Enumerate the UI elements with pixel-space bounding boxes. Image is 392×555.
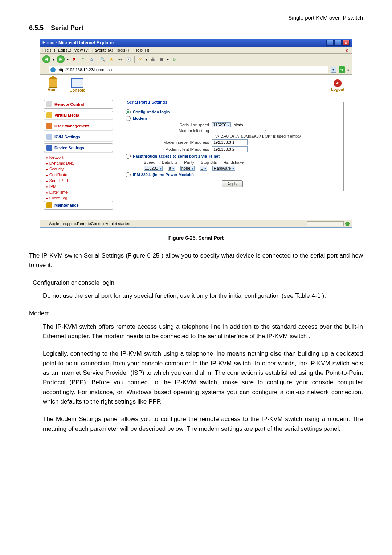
sidebar-item-label: User Management	[54, 124, 89, 128]
stop-icon[interactable]: ✖	[71, 56, 77, 62]
nav-logout[interactable]: ↶ Logout	[331, 79, 344, 92]
sub-label: Certificate	[49, 173, 68, 177]
figure-caption: Figure 6-25. Serial Port	[29, 235, 363, 241]
sidebar-sub-ipmi[interactable]: IPMI	[46, 183, 113, 189]
sidebar-remote-control[interactable]: Remote Control	[44, 100, 113, 109]
menu-favorite[interactable]: Favorite (A)	[92, 48, 113, 52]
window-titlebar: Home - Microsoft Internet Explorer _ □ ×	[40, 39, 352, 47]
sidebar-maintenance[interactable]: Maintenance	[44, 201, 113, 210]
search-icon[interactable]: 🔍	[99, 56, 106, 62]
console-icon	[71, 78, 83, 88]
sidebar-sub-security[interactable]: Security	[46, 166, 113, 172]
server-ip-input[interactable]: 192.168.3.1	[212, 139, 248, 145]
pt-stopbits-select[interactable]: 1	[200, 166, 207, 171]
media-icon[interactable]: ◎	[117, 56, 123, 62]
radio-icon	[126, 109, 131, 114]
device-settings-icon	[46, 145, 52, 151]
sidebar-sub-eventlog[interactable]: Event Log	[46, 195, 113, 201]
sidebar-kvm-settings[interactable]: KVM Settings	[44, 133, 113, 141]
kvm-settings-icon	[46, 134, 52, 140]
sidebar-device-settings[interactable]: Device Settings	[44, 143, 113, 152]
sub-label: Event Log	[49, 196, 68, 200]
links-chevron[interactable]: »	[347, 68, 350, 72]
sidebar-virtual-media[interactable]: Virtual Media	[44, 111, 113, 119]
pt-speed-h: Speed	[144, 160, 155, 165]
favorites-icon[interactable]: ★	[108, 56, 115, 62]
sidebar-sub-network[interactable]: Network	[46, 154, 113, 160]
home-icon[interactable]: ⌂	[88, 56, 95, 62]
pt-databits-select[interactable]: 8	[168, 166, 175, 171]
progress-pane	[307, 221, 344, 226]
paragraph: Do not use the serial port for any speci…	[43, 291, 363, 301]
paragraph: The IP-KVM switch offers remote access u…	[43, 322, 363, 341]
pt-handshake-h: Handshake	[223, 160, 244, 165]
radio-passthrough[interactable]: Passthrough access to serial port 1 via …	[126, 154, 339, 159]
init-hint: "ATZH0 OK ATL0M0&K3X1 OK" is used if emp…	[215, 134, 302, 138]
section-number: 6.5.5	[29, 24, 44, 32]
refresh-icon[interactable]: ↻	[79, 56, 86, 62]
history-icon[interactable]: 🕗	[126, 56, 132, 62]
apply-button[interactable]: Apply	[222, 180, 243, 187]
forward-button[interactable]: ►	[57, 55, 65, 63]
radio-label: Passthrough access to serial port 1 via …	[133, 154, 220, 158]
radio-modem[interactable]: Modem	[126, 116, 339, 121]
pt-handshake-select[interactable]: Hardware	[212, 166, 235, 171]
server-ip-label: Modem server IP address	[144, 140, 209, 145]
go-button[interactable]: ➔	[339, 66, 345, 73]
menu-file[interactable]: File (F)	[42, 48, 55, 52]
menu-help[interactable]: Help (H)	[134, 48, 149, 52]
sidebar-sub-serial[interactable]: Serial Port	[46, 178, 113, 183]
nav-home-label: Home	[48, 88, 59, 92]
logout-icon: ↶	[334, 79, 342, 87]
nav-home[interactable]: Home	[48, 79, 59, 92]
sub-label: Network	[49, 155, 64, 159]
pt-databits-h: Data bits	[162, 160, 177, 165]
nav-console[interactable]: Console	[70, 78, 85, 92]
sidebar-user-management[interactable]: User Management	[44, 122, 113, 130]
print-icon[interactable]: 🖶	[150, 56, 156, 62]
radio-icon	[126, 172, 131, 177]
url-dropdown[interactable]: ▾	[331, 67, 336, 73]
messenger-icon[interactable]: ☺	[171, 56, 177, 62]
url-text[interactable]: http://192.168.10.23/home.asp	[58, 68, 112, 72]
virtual-media-icon	[46, 112, 52, 118]
radio-icon	[126, 116, 131, 121]
client-ip-input[interactable]: 192.168.3.2	[212, 146, 248, 152]
maximize-button[interactable]: □	[334, 40, 342, 46]
modem-heading: Modem	[29, 309, 363, 318]
radio-ipm[interactable]: IPM 220-L (Inline Power Module)	[126, 172, 339, 177]
home-icon	[49, 79, 57, 88]
mail-icon[interactable]: ✉	[137, 56, 143, 62]
status-text: Applet nn.pp.rc.RemoteConsoleApplet star…	[49, 222, 130, 226]
edit-icon[interactable]: ▦	[158, 56, 165, 62]
minimize-button[interactable]: _	[326, 40, 334, 46]
menu-tools[interactable]: Tools (T)	[116, 48, 131, 52]
page-header: Single port KVM over IP switch	[29, 15, 363, 21]
sidebar-item-label: Virtual Media	[54, 113, 79, 117]
close-button[interactable]: ×	[342, 40, 350, 46]
pt-speed-select[interactable]: 115200	[144, 166, 163, 171]
nav-logout-label: Logout	[331, 87, 344, 92]
sidebar-sub-ddns[interactable]: Dynamic DNS	[46, 160, 113, 166]
menu-bar: File (F) Edit (E) View (V) Favorite (A) …	[40, 47, 352, 54]
sub-label: IPMI	[49, 184, 58, 189]
line-speed-label: Serial line speed	[144, 123, 209, 127]
section-heading: 6.5.5 Serial Port	[29, 24, 363, 32]
sidebar-item-label: Maintenance	[54, 203, 79, 207]
menu-edit[interactable]: Edit (E)	[58, 48, 72, 52]
section-name: Serial Port	[51, 24, 83, 32]
radio-config-login[interactable]: Configuration login	[126, 109, 339, 114]
init-string-input[interactable]	[212, 130, 266, 131]
line-speed-select[interactable]: 115200	[212, 122, 231, 127]
sidebar-item-label: Remote Control	[54, 102, 85, 106]
ie-logo: e	[346, 48, 348, 52]
nav-console-label: Console	[70, 88, 85, 92]
menu-view[interactable]: View (V)	[74, 48, 89, 52]
maintenance-icon	[46, 202, 52, 208]
remote-control-icon	[46, 101, 52, 107]
sub-label: Serial Port	[49, 178, 68, 183]
pt-parity-select[interactable]: none	[180, 166, 195, 171]
sidebar-sub-certificate[interactable]: Certificate	[46, 172, 113, 178]
sidebar-sub-datetime[interactable]: Date/Time	[46, 189, 113, 195]
back-button[interactable]: ◄	[42, 55, 50, 63]
